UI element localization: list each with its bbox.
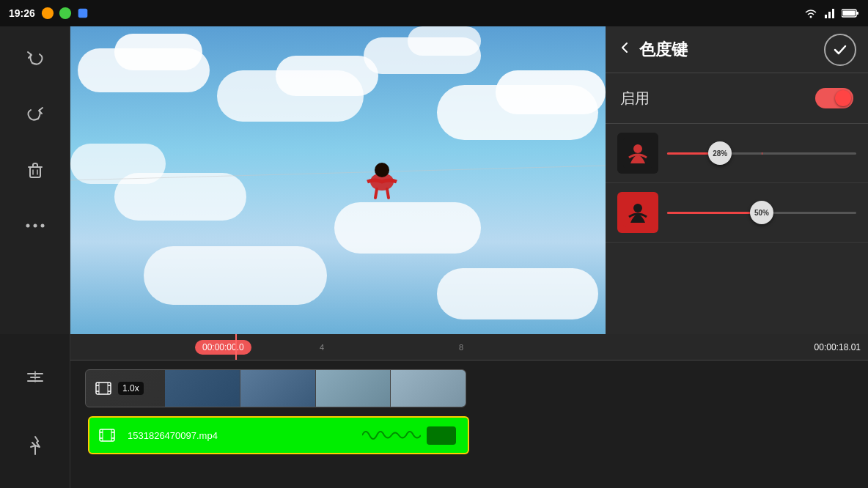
bottom-left-sidebar — [0, 334, 70, 488]
slider-2-center-line — [715, 212, 716, 214]
svg-rect-4 — [825, 15, 827, 18]
status-bar: 19:26 — [0, 0, 868, 26]
kite-figure — [356, 151, 408, 202]
svg-point-1 — [59, 7, 71, 19]
status-right — [803, 7, 859, 19]
svg-point-11 — [26, 224, 29, 228]
svg-rect-6 — [832, 9, 834, 18]
timeline-area: 00:00:00.0 4 8 00:00:18.01 — [70, 334, 868, 488]
back-button[interactable] — [617, 40, 632, 59]
waveform — [362, 424, 421, 446]
undo-icon — [25, 48, 45, 69]
slider-1-knob[interactable]: 28% — [708, 141, 732, 165]
confirm-button[interactable] — [824, 34, 856, 66]
start-timecode: 00:00:00.0 — [195, 340, 251, 355]
end-timecode: 00:00:18.01 — [814, 342, 861, 352]
svg-rect-9 — [843, 11, 856, 16]
overlay-thumbnail — [427, 426, 456, 445]
svg-rect-28 — [96, 382, 111, 394]
video-clip-icon — [92, 377, 115, 400]
timeline-playhead — [235, 334, 237, 360]
slider-1-icon — [617, 133, 658, 174]
align-icon — [25, 367, 45, 388]
align-button[interactable] — [15, 357, 56, 398]
enable-row: 启用 — [606, 73, 868, 124]
preview-area — [70, 26, 606, 334]
svg-point-0 — [42, 7, 54, 19]
timeline-tracks: 1.0x — [70, 361, 868, 466]
slider-1-center-line — [762, 152, 762, 155]
slider-2-knob[interactable]: 50% — [750, 201, 773, 224]
slider-2-track[interactable]: 50% — [667, 212, 856, 214]
ruler-mark-4: 4 — [320, 343, 324, 352]
blue-icon — [76, 7, 89, 20]
slider-2-icon — [617, 192, 658, 233]
svg-point-13 — [40, 224, 44, 228]
toggle-knob — [835, 90, 851, 106]
svg-rect-10 — [30, 167, 40, 177]
signal-icon — [824, 7, 836, 19]
svg-point-12 — [33, 224, 37, 228]
svg-point-16 — [375, 163, 389, 177]
battery-icon — [842, 8, 859, 18]
speed-badge: 1.0x — [118, 382, 144, 395]
slider-1-value: 28% — [713, 149, 727, 158]
svg-point-20 — [633, 204, 642, 212]
status-icons — [41, 7, 89, 20]
svg-point-18 — [633, 144, 642, 153]
more-icon — [25, 222, 45, 229]
slider-2-section: 50% — [606, 183, 868, 243]
pin-button[interactable] — [15, 425, 56, 466]
slider-1-container: 28% — [667, 138, 856, 168]
panel-title: 色度键 — [639, 39, 824, 61]
panel-header: 色度键 — [606, 26, 868, 73]
svg-point-3 — [810, 16, 812, 18]
track-2-row: 1531826470097.mp4 — [70, 413, 868, 457]
undo-button[interactable] — [15, 38, 56, 79]
enable-toggle[interactable] — [815, 88, 853, 108]
slider-1-track[interactable]: 28% — [667, 152, 856, 155]
slider-1-section: 28% — [606, 124, 868, 183]
timeline-ruler: 00:00:00.0 4 8 00:00:18.01 — [70, 334, 868, 361]
redo-icon — [25, 104, 45, 125]
slider-2-value: 50% — [754, 209, 769, 217]
main-video-clip[interactable]: 1.0x — [85, 369, 466, 407]
enable-label: 启用 — [620, 89, 815, 108]
orange-icon — [41, 7, 54, 20]
wire-line — [70, 26, 606, 334]
wifi-icon — [803, 7, 818, 19]
svg-rect-35 — [100, 429, 114, 441]
svg-rect-5 — [828, 12, 831, 18]
pin-icon — [26, 435, 44, 456]
ruler-mark-8: 8 — [459, 343, 463, 352]
delete-button[interactable] — [15, 149, 56, 191]
more-button[interactable] — [15, 205, 56, 246]
svg-line-14 — [70, 166, 606, 180]
green-icon — [59, 7, 72, 20]
svg-rect-8 — [856, 12, 858, 15]
overlay-clip-icon — [95, 424, 119, 447]
status-time: 19:26 — [9, 7, 35, 19]
slider-2-container: 50% — [667, 198, 856, 227]
trash-icon — [25, 160, 45, 180]
overlay-clip-filename: 1531826470097.mp4 — [128, 430, 218, 441]
redo-button[interactable] — [15, 94, 56, 135]
svg-rect-2 — [78, 9, 88, 18]
track-1-row: 1.0x — [70, 366, 868, 410]
preview-background — [70, 26, 606, 334]
overlay-video-clip[interactable]: 1531826470097.mp4 — [88, 416, 469, 454]
